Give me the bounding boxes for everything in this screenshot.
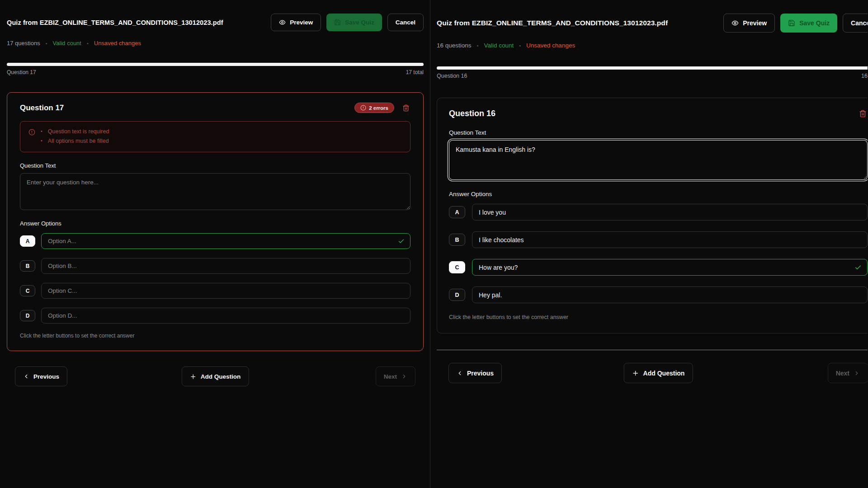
validation-error: • All options must be filled: [41, 138, 109, 144]
option-input-wrap: [472, 204, 868, 221]
question-text-input[interactable]: [20, 173, 410, 210]
add-question-button[interactable]: Add Question: [624, 363, 693, 383]
cancel-button[interactable]: Cancel: [387, 14, 424, 31]
save-label: Save Quiz: [345, 19, 374, 26]
next-button[interactable]: Next: [828, 363, 868, 383]
question-text-input[interactable]: Kamusta kana in English is?: [449, 140, 868, 180]
option-letter-button-b[interactable]: B: [20, 260, 35, 272]
question-card: Question 17 2 errors: [7, 92, 424, 351]
option-letter-button-b[interactable]: B: [449, 234, 465, 246]
preview-button[interactable]: Preview: [271, 14, 321, 31]
save-icon: [788, 19, 795, 27]
separator-dot: •: [46, 41, 47, 46]
option-d-input[interactable]: [41, 308, 410, 324]
previous-button[interactable]: Previous: [15, 366, 67, 386]
progress-total-label: 16 total: [861, 73, 868, 79]
option-letter-button-d[interactable]: D: [20, 310, 35, 321]
option-b-input[interactable]: [472, 231, 868, 248]
header: Quiz from EZBIZ_ONLINE_TERMS_AND_CONDITI…: [437, 14, 868, 33]
valid-count-label: Valid count: [484, 42, 514, 49]
add-question-label: Add Question: [201, 373, 241, 380]
progress-current-label: Question 17: [7, 69, 36, 75]
unsaved-changes-label: Unsaved changes: [94, 40, 141, 47]
option-row-b: B: [449, 231, 868, 248]
previous-button[interactable]: Previous: [448, 363, 502, 383]
previous-label: Previous: [467, 370, 494, 377]
delete-question-button[interactable]: [858, 109, 868, 118]
quiz-title: Quiz from EZBIZ_ONLINE_TERMS_AND_CONDITI…: [7, 19, 223, 26]
option-letter-button-a[interactable]: A: [20, 235, 35, 247]
separator-dot: •: [519, 43, 521, 48]
preview-label: Preview: [290, 19, 313, 26]
option-a-input[interactable]: [41, 233, 410, 249]
questions-count: 17 questions: [7, 40, 40, 47]
add-question-button[interactable]: Add Question: [182, 366, 249, 386]
panel-content: Quiz from EZBIZ_ONLINE_TERMS_AND_CONDITI…: [430, 0, 868, 383]
option-letter-button-c[interactable]: C: [20, 285, 35, 296]
header-actions: Preview Save Quiz Cancel: [271, 14, 424, 31]
question-card-header: Question 17 2 errors: [20, 103, 410, 113]
add-question-label: Add Question: [643, 370, 685, 377]
question-card: Question 16 Question Text Kamusta kana i…: [437, 98, 868, 333]
option-d-input[interactable]: [472, 286, 868, 303]
header-actions: Preview Save Quiz Cancel: [723, 14, 868, 33]
save-label: Save Quiz: [799, 19, 830, 27]
delete-question-button[interactable]: [401, 103, 410, 113]
questions-count: 16 questions: [437, 42, 472, 49]
option-c-input[interactable]: [472, 259, 868, 276]
option-b-input[interactable]: [41, 258, 410, 274]
save-quiz-button[interactable]: Save Quiz: [780, 14, 837, 33]
save-icon: [334, 19, 341, 26]
alert-circle-icon: [360, 105, 366, 111]
panel-content: Quiz from EZBIZ_ONLINE_TERMS_AND_CONDITI…: [0, 0, 424, 386]
option-input-wrap: [41, 283, 410, 299]
question-card-actions: [858, 109, 868, 118]
question-title: Question 17: [20, 103, 64, 113]
question-text-label: Question Text: [20, 162, 410, 169]
cancel-label: Cancel: [851, 19, 868, 27]
validation-error: • Question text is required: [41, 128, 109, 135]
option-c-input[interactable]: [41, 283, 410, 299]
footer-divider: [437, 350, 868, 350]
alert-circle-icon: [28, 129, 35, 144]
separator-dot: •: [477, 43, 479, 48]
question-card-header: Question 16: [449, 109, 868, 118]
option-letter-button-c[interactable]: C: [449, 261, 465, 273]
progress-labels: Question 17 17 total: [7, 69, 424, 75]
errors-badge: 2 errors: [354, 103, 394, 113]
chevron-right-icon: [401, 373, 407, 380]
chevron-right-icon: [854, 370, 860, 376]
progress-total-label: 17 total: [406, 69, 424, 75]
answer-options-label: Answer Options: [449, 191, 868, 197]
question-text-label: Question Text: [449, 129, 868, 136]
eye-icon: [731, 19, 739, 27]
answer-options-label: Answer Options: [20, 220, 410, 227]
preview-button[interactable]: Preview: [723, 14, 775, 33]
option-input-wrap: [472, 259, 868, 276]
option-letter-button-d[interactable]: D: [449, 289, 465, 301]
question-card-actions: 2 errors: [354, 103, 410, 113]
status-row: 16 questions • Valid count • Unsaved cha…: [437, 42, 868, 49]
header: Quiz from EZBIZ_ONLINE_TERMS_AND_CONDITI…: [7, 14, 424, 31]
option-letter-button-a[interactable]: A: [449, 206, 465, 218]
validation-errors-box: • Question text is required • All option…: [20, 121, 410, 152]
trash-icon: [859, 110, 867, 117]
plus-icon: [632, 370, 639, 377]
chevron-left-icon: [23, 373, 29, 380]
next-button[interactable]: Next: [376, 366, 415, 386]
option-input-wrap: [41, 258, 410, 274]
quiz-editor-app: Quiz from EZBIZ_ONLINE_TERMS_AND_CONDITI…: [0, 0, 868, 488]
save-quiz-button[interactable]: Save Quiz: [326, 14, 382, 31]
option-row-c: C: [20, 283, 410, 299]
correct-answer-hint: Click the letter buttons to set the corr…: [449, 314, 868, 320]
trash-icon: [402, 104, 410, 112]
option-row-d: D: [20, 308, 410, 324]
question-title: Question 16: [449, 109, 495, 118]
progress-labels: Question 16 16 total: [437, 73, 868, 79]
cancel-button[interactable]: Cancel: [843, 14, 868, 33]
progress-current-label: Question 16: [437, 73, 467, 79]
option-row-d: D: [449, 286, 868, 303]
progress-bar: [437, 66, 868, 70]
option-a-input[interactable]: [472, 204, 868, 221]
option-input-wrap: [41, 308, 410, 324]
